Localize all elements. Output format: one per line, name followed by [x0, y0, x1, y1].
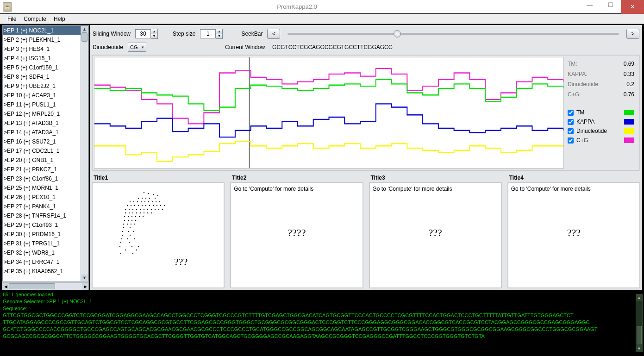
- dinuc-metric-value: 0.2: [626, 81, 634, 87]
- tm-metric-label: TM:: [568, 61, 577, 67]
- dinuc-metric-label: Dinucleotide:: [568, 81, 600, 87]
- dinucleotide-label: Dinucleotide: [93, 44, 123, 50]
- step-size-input[interactable]: [200, 29, 216, 38]
- seek-thumb[interactable]: [394, 30, 401, 37]
- close-button[interactable]: ✕: [621, 0, 644, 14]
- cg-metric-label: C+G:: [568, 91, 581, 98]
- list-item[interactable]: >EP 5 (+) C1orf159_1: [3, 63, 88, 72]
- legend-kappa-label: KAPPA: [576, 119, 594, 125]
- kappa-metric-value: 0.33: [624, 71, 634, 77]
- list-item[interactable]: >EP 3 (+) HES4_1: [3, 44, 88, 54]
- maximize-button[interactable]: ☐: [600, 0, 621, 10]
- genome-listbox[interactable]: >EP 1 (+) NOC2L_1>EP 2 (+) PLEKHN1_1>EP …: [2, 25, 88, 281]
- scroll-down-icon[interactable]: ▼: [81, 275, 88, 281]
- panel4-body: Go to 'Compute' for more details ???: [507, 182, 640, 288]
- panel2-body: Go to 'Compute' for more details ????: [230, 182, 363, 288]
- minimize-button[interactable]: —: [579, 0, 600, 10]
- list-item[interactable]: >EP 11 (+) PUSL1_1: [3, 100, 88, 109]
- list-item[interactable]: >EP 14 (+) ATAD3A_1: [3, 128, 88, 137]
- console-scroll-thumb[interactable]: [637, 326, 642, 344]
- list-item[interactable]: >EP 30 (+) PRDM16_1: [3, 230, 88, 239]
- step-size-label: Step size: [173, 31, 195, 37]
- list-item[interactable]: >EP 35 (+) KIAA0562_1: [3, 267, 88, 276]
- console-scroll-down-icon[interactable]: ▼: [636, 345, 642, 352]
- panel3-body: Go to 'Compute' for more details ???: [369, 182, 502, 288]
- list-item[interactable]: >EP 17 (+) CDC2L1_1: [3, 146, 88, 156]
- list-item[interactable]: >EP 23 (+) C1orf86_1: [3, 174, 88, 183]
- list-item[interactable]: >EP 8 (+) SDF4_1: [3, 72, 88, 81]
- legend-kappa-swatch: [624, 119, 634, 125]
- legend-cg-checkbox[interactable]: [568, 137, 574, 144]
- list-item[interactable]: >EP 16 (+) SSU72_1: [3, 137, 88, 146]
- legend-kappa-checkbox[interactable]: [568, 119, 574, 125]
- list-item[interactable]: >EP 20 (+) GNB1_1: [3, 156, 88, 165]
- kappa-metric-label: KAPPA:: [568, 71, 587, 77]
- dinucleotide-combo[interactable]: CG: [128, 43, 146, 52]
- list-item[interactable]: >EP 32 (+) WDR8_1: [3, 248, 88, 257]
- panel2-msg: Go to 'Compute' for more details: [234, 186, 359, 192]
- current-window-value: GCGTCCTCGCAGGCGCGTGCCTTCGGAGCG: [272, 44, 393, 50]
- seek-prev-button[interactable]: <: [267, 29, 280, 39]
- panel4-msg: Go to 'Compute' for more details: [511, 186, 637, 192]
- step-down-icon[interactable]: ▼: [216, 34, 222, 38]
- legend-dinuc-checkbox[interactable]: [568, 128, 574, 134]
- list-item[interactable]: >EP 29 (+) C1orf93_1: [3, 220, 88, 230]
- menu-help[interactable]: Help: [52, 15, 67, 23]
- legend-dinuc-swatch: [624, 128, 634, 134]
- list-item[interactable]: >EP 28 (+) TNFRSF14_1: [3, 211, 88, 220]
- list-item[interactable]: >EP 10 (+) ACAP3_1: [3, 91, 88, 100]
- seekbar-label: SeekBar: [241, 31, 263, 37]
- console-scrollbar[interactable]: ▲ ▼: [636, 294, 643, 352]
- list-item[interactable]: >EP 27 (+) PANK4_1: [3, 202, 88, 211]
- panel3-qmark: ???: [370, 227, 501, 239]
- legend-cg-label: C+G: [576, 137, 588, 144]
- sw-down-icon[interactable]: ▼: [151, 34, 157, 38]
- list-item[interactable]: >EP 9 (+) UBE2J2_1: [3, 81, 88, 91]
- panel3-msg: Go to 'Compute' for more details: [373, 186, 498, 192]
- list-hscrollbar[interactable]: ◀ ▶: [2, 282, 88, 290]
- legend-cg-swatch: [624, 137, 634, 143]
- step-up-icon[interactable]: ▲: [216, 29, 222, 34]
- current-window-label: Current Window: [225, 44, 265, 50]
- panel1-qmark: ???: [174, 256, 188, 268]
- panel1-body: ???: [92, 182, 225, 288]
- hscroll-thumb[interactable]: [9, 283, 55, 289]
- panel1-title: Title1: [92, 174, 225, 182]
- list-vscrollbar[interactable]: ▲ ▼: [81, 26, 88, 281]
- list-item[interactable]: >EP 31 (+) TPRG1L_1: [3, 239, 88, 248]
- list-item[interactable]: >EP 1 (+) NOC2L_1: [3, 26, 88, 35]
- scroll-up-icon[interactable]: ▲: [81, 26, 88, 32]
- console-line: Sequence:: [3, 305, 641, 312]
- list-item[interactable]: >EP 34 (+) LRRC47_1: [3, 257, 88, 267]
- console-line: TTGCATAGGAGCCCCGCCGTTGCAGTCTGGCGTCCTCGCA…: [3, 319, 641, 326]
- console-scroll-up-icon[interactable]: ▲: [636, 294, 642, 301]
- list-item[interactable]: >EP 26 (+) PEX10_1: [3, 193, 88, 202]
- legend-tm-label: TM: [576, 109, 584, 116]
- seek-next-button[interactable]: >: [626, 29, 639, 39]
- cg-metric-value: 0.76: [624, 91, 634, 98]
- window-title: PromKappa2.0: [15, 3, 579, 10]
- console-line: GTTCGTGGCGCTGGCCCGGTCTCCGCGGATCGGAGGCGAA…: [3, 312, 641, 319]
- seek-slider[interactable]: [288, 33, 619, 35]
- console-output: 8511 genomes loaded Genome Selected: >EP…: [0, 291, 644, 355]
- legend-tm-checkbox[interactable]: [568, 110, 574, 116]
- menu-compute[interactable]: Compute: [22, 15, 48, 23]
- panel4-qmark: ???: [508, 227, 639, 239]
- hscroll-right-icon[interactable]: ▶: [82, 283, 88, 290]
- hscroll-left-icon[interactable]: ◀: [2, 283, 9, 290]
- list-item[interactable]: >EP 2 (+) PLEKHN1_1: [3, 35, 88, 44]
- list-item[interactable]: >EP 12 (+) MRPL20_1: [3, 109, 88, 119]
- console-line: 8511 genomes loaded: [3, 291, 641, 298]
- dinuc-combo-value: CG: [130, 44, 138, 50]
- console-line: GCGCAGCCGCGCGGCATTCTGGGGCCGGAAGTGGGGTGCA…: [3, 333, 641, 340]
- list-item[interactable]: >EP 13 (+) ATAD3B_1: [3, 119, 88, 128]
- list-item[interactable]: >EP 25 (+) MORN1_1: [3, 183, 88, 193]
- sliding-window-input[interactable]: [135, 29, 151, 38]
- scroll-thumb[interactable]: [81, 32, 88, 42]
- list-item[interactable]: >EP 21 (+) PRKCZ_1: [3, 165, 88, 174]
- list-item[interactable]: >EP 4 (+) ISG15_1: [3, 54, 88, 63]
- sw-up-icon[interactable]: ▲: [151, 29, 157, 34]
- sliding-window-label: Sliding Window: [93, 31, 131, 37]
- legend-dinuc-label: Dinucleotide: [576, 128, 607, 134]
- menu-file[interactable]: File: [6, 15, 18, 23]
